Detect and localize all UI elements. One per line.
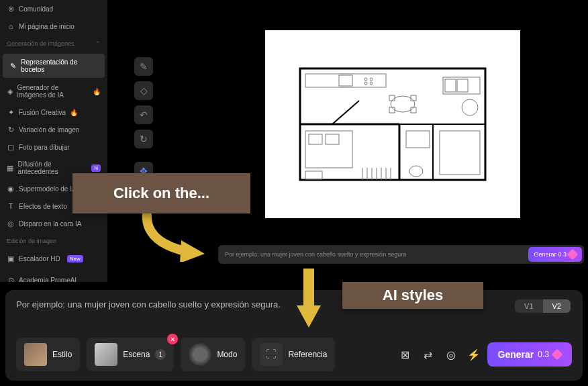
svg-rect-21 [309, 134, 322, 144]
canvas-tools: ✎ ◇ ↶ ↻ ✥ [134, 57, 153, 181]
svg-rect-20 [305, 131, 352, 168]
crop-icon[interactable]: ⊠ [399, 348, 412, 361]
mode-thumb [189, 343, 211, 366]
sidebar-label: Supermodelo de IA [19, 185, 77, 193]
shuffle-icon[interactable]: ⇄ [422, 348, 435, 361]
variation-icon: ↻ [7, 126, 15, 134]
svg-rect-5 [305, 74, 386, 87]
svg-rect-32 [406, 131, 430, 148]
reference-icon: ⛶ [260, 343, 283, 366]
undo-tool[interactable]: ↶ [134, 105, 153, 124]
eraser-tool[interactable]: ◇ [134, 81, 153, 100]
sidebar-label: Academia PromeAI [19, 277, 77, 283]
generate-button-large[interactable]: Generar 0.3 [487, 342, 572, 367]
svg-rect-16 [443, 77, 480, 94]
svg-line-34 [332, 101, 359, 124]
sidebar-item-upscaler[interactable]: ▣ Escalador HD New [0, 250, 107, 267]
version-v1[interactable]: V1 [515, 299, 542, 313]
svg-point-10 [370, 82, 373, 85]
diffusion-icon: ▦ [7, 164, 14, 172]
svg-point-31 [409, 166, 423, 177]
prompt-input-small[interactable]: Por ejemplo: una mujer joven con cabello… [218, 245, 584, 264]
sidebar-item-community[interactable]: ⊚ Comunidad [0, 0, 107, 17]
sidebar-section-header[interactable]: Generación de imágenes ⌃ [0, 35, 107, 52]
svg-point-8 [370, 78, 373, 81]
scene-thumb [95, 343, 117, 366]
annotation-click: Click on the... [72, 173, 250, 213]
annotation-styles: AI styles [342, 282, 483, 309]
flash-icon[interactable]: ⚡ [467, 348, 481, 361]
close-icon[interactable]: ✕ [167, 334, 178, 344]
chip-style[interactable]: Estilo [16, 338, 80, 371]
sidebar-label: Representación de bocetos [21, 58, 98, 73]
svg-rect-33 [440, 131, 480, 175]
sidebar-item-sketch[interactable]: ✎ Representación de bocetos [3, 54, 105, 78]
academy-icon: ⊙ [7, 276, 15, 282]
svg-point-19 [462, 99, 478, 115]
style-thumb [24, 343, 47, 366]
gem-icon [552, 349, 563, 360]
scene-count: 1 [155, 349, 166, 360]
sidebar: ⊚ Comunidad ⌂ Mi página de inicio Genera… [0, 0, 107, 282]
sidebar-label: Comunidad [19, 5, 53, 13]
sidebar-item-variation[interactable]: ↻ Variación de imagen [0, 121, 107, 138]
sidebar-label: Fusión Creativa [19, 109, 66, 116]
svg-point-7 [364, 78, 367, 81]
image-gen-icon: ◈ [7, 87, 13, 95]
new-badge: New [67, 255, 83, 262]
bottom-panel: Por ejemplo: una mujer joven con cabello… [5, 290, 583, 381]
fire-icon: 🔥 [93, 88, 101, 95]
sidebar-item-face-shot[interactable]: ◎ Disparo en la cara IA [0, 215, 107, 232]
upscale-icon: ▣ [7, 254, 15, 262]
prompt-input-large[interactable]: Por ejemplo: una mujer joven con cabello… [16, 299, 572, 309]
prompt-placeholder: Por ejemplo: una mujer joven con cabello… [225, 251, 406, 258]
sidebar-label: Variación de imagen [19, 126, 79, 134]
floorplan-image [299, 67, 487, 181]
chevron-up-icon: ⌃ [95, 40, 101, 47]
svg-rect-35 [303, 269, 314, 309]
svg-rect-22 [326, 134, 339, 144]
sidebar-item-photo-draw[interactable]: ▢ Foto para dibujar [0, 138, 107, 156]
sidebar-label: Generador de imágenes de IA [17, 84, 89, 99]
home-icon: ⌂ [7, 22, 15, 30]
controls-row: Estilo Escena 1 ✕ Modo ⛶ Referencia ⊠ ⇄ … [16, 338, 572, 371]
chip-reference[interactable]: ⛶ Referencia [252, 338, 335, 371]
sidebar-label: Foto para dibujar [19, 144, 70, 151]
gem-icon [567, 249, 579, 260]
photo-icon: ▢ [7, 143, 15, 151]
sidebar-label: Mi página de inicio [19, 23, 75, 30]
new-badge: N [91, 164, 101, 172]
supermodel-icon: ◉ [7, 185, 15, 193]
svg-point-11 [391, 96, 415, 112]
mini-tools: ⊠ ⇄ ◎ ⚡ [399, 348, 481, 361]
version-v2[interactable]: V2 [543, 299, 571, 313]
generate-button-small[interactable]: Generar 0.3 [528, 247, 582, 262]
sidebar-label: Efectos de texto [19, 203, 67, 210]
pencil-tool[interactable]: ✎ [134, 57, 153, 76]
community-icon: ⊚ [7, 5, 15, 13]
redo-tool[interactable]: ↻ [134, 130, 153, 148]
text-icon: T [7, 202, 15, 210]
enhance-icon[interactable]: ◎ [444, 348, 458, 361]
svg-rect-23 [305, 171, 322, 179]
svg-point-9 [364, 82, 367, 85]
sidebar-label: Disparo en la cara IA [19, 220, 81, 228]
sidebar-item-academy[interactable]: ⊙ Academia PromeAI [0, 271, 107, 282]
chip-scene[interactable]: Escena 1 ✕ [87, 338, 174, 371]
fire-icon: 🔥 [70, 109, 78, 116]
face-icon: ◎ [7, 220, 15, 228]
svg-rect-18 [457, 79, 468, 92]
canvas-area[interactable] [265, 30, 520, 218]
version-toggle: V1 V2 [515, 299, 571, 313]
sidebar-item-fusion[interactable]: ✦ Fusión Creativa 🔥 [0, 103, 107, 121]
sidebar-label: Escalador HD [19, 255, 60, 262]
chip-mode[interactable]: Modo [181, 338, 245, 371]
sidebar-item-ai-gen[interactable]: ◈ Generador de imágenes de IA 🔥 [0, 79, 107, 103]
sidebar-item-home[interactable]: ⌂ Mi página de inicio [0, 17, 107, 35]
fusion-icon: ✦ [7, 108, 15, 116]
sidebar-section-edit: Edición de imagen [0, 232, 107, 250]
svg-rect-6 [339, 75, 352, 86]
sketch-icon: ✎ [9, 62, 17, 70]
svg-rect-17 [445, 79, 456, 92]
arrow-down-icon [295, 269, 322, 329]
